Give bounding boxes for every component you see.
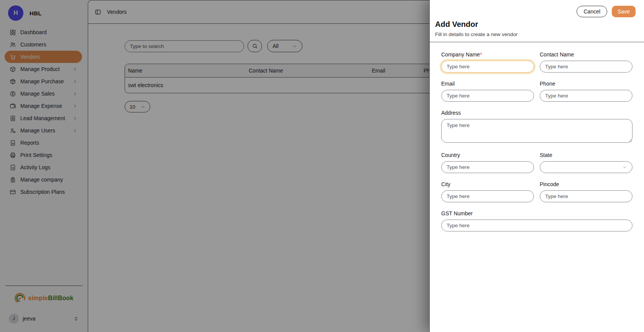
drawer-title: Add Vendor [430,20,644,29]
pincode-field[interactable] [540,190,632,202]
drawer-subtitle: Fill in details to create a new vendor [430,31,644,37]
add-vendor-form: Company Name* Contact Name Email Phone A… [430,42,644,231]
address-field[interactable] [441,119,632,143]
email-label: Email [441,81,534,87]
pincode-label: Pincode [540,181,632,187]
required-asterisk: * [480,51,482,58]
address-label: Address [441,110,632,116]
state-select[interactable] [540,161,632,173]
cancel-button[interactable]: Cancel [577,6,607,17]
company-name-label: Company Name* [441,51,534,58]
city-label: City [441,181,534,187]
add-vendor-drawer: Cancel Save Add Vendor Fill in details t… [429,0,644,332]
chevron-down-icon [622,165,627,170]
phone-label: Phone [540,81,632,87]
save-button[interactable]: Save [612,6,636,17]
city-field[interactable] [441,190,534,202]
contact-name-label: Contact Name [540,51,632,58]
gst-number-field[interactable] [441,220,632,231]
email-field[interactable] [441,90,534,102]
state-label: State [540,152,632,158]
contact-name-field[interactable] [540,61,632,73]
gst-number-label: GST Number [441,210,632,216]
country-field[interactable] [441,161,534,173]
drawer-actions: Cancel Save [430,0,644,17]
phone-field[interactable] [540,90,632,102]
country-label: Country [441,152,534,158]
company-name-field[interactable] [441,61,534,73]
